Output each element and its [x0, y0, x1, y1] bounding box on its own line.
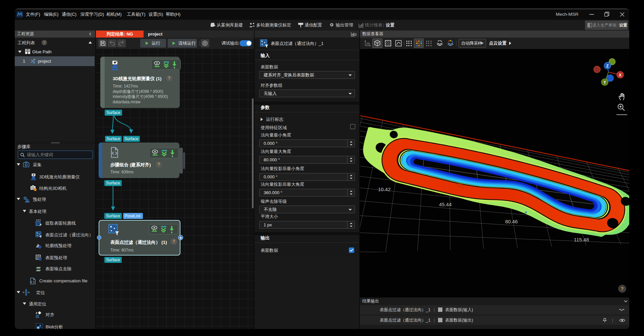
svg-text:Z: Z: [606, 64, 608, 68]
svg-text:80.46: 80.46: [505, 219, 518, 224]
svg-text:115.48: 115.48: [574, 237, 589, 242]
svg-text:Y: Y: [603, 80, 606, 85]
svg-text:45.44: 45.44: [439, 202, 452, 207]
svg-text:2D: 2D: [366, 42, 370, 45]
svg-text:10.42: 10.42: [378, 186, 391, 192]
svg-text:X: X: [619, 73, 622, 77]
svg-text:?: ?: [621, 286, 624, 291]
